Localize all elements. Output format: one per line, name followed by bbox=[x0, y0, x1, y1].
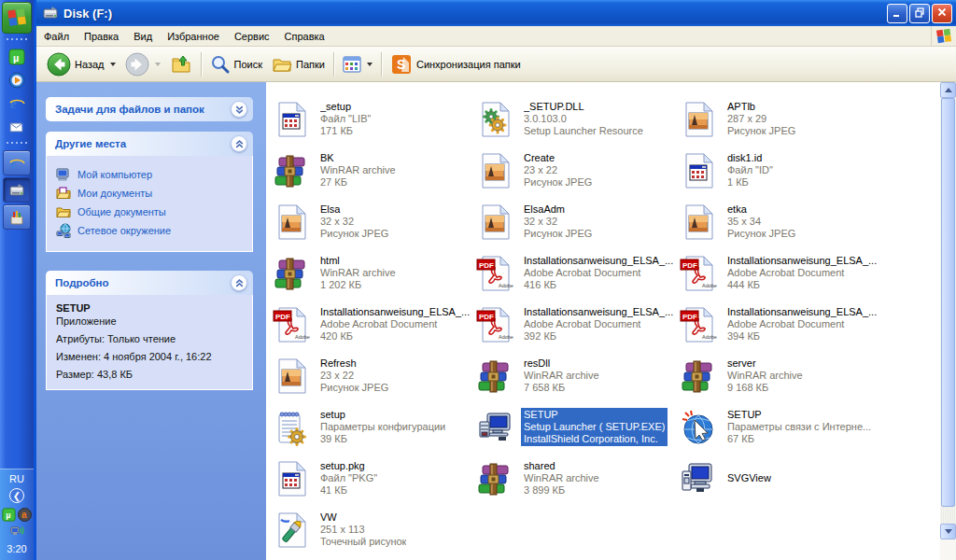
task-buttons: e bbox=[3, 148, 31, 231]
panel-other-places-body: Мой компьютерМои документыОбщие документ… bbox=[46, 156, 253, 252]
chevron-down-icon[interactable] bbox=[110, 63, 116, 66]
file-item[interactable]: sharedWinRAR archive3 899 КБ bbox=[475, 453, 679, 504]
menu-view[interactable]: Вид bbox=[126, 28, 160, 45]
file-item[interactable]: SVGView bbox=[679, 453, 882, 504]
svg-text:Adobe: Adobe bbox=[702, 283, 717, 288]
file-item-text: setup.pkgФайл "PKG"41 КБ bbox=[317, 459, 380, 497]
scrollbar-track[interactable] bbox=[940, 98, 956, 524]
file-item-text: APTlb287 x 29Рисунок JPEG bbox=[724, 100, 798, 138]
file-item[interactable]: setupПараметры конфигурации39 КБ bbox=[272, 401, 475, 453]
place-link-сетевое-окружение[interactable]: Сетевое окружение bbox=[56, 223, 245, 238]
file-item[interactable]: setup.pkgФайл "PKG"41 КБ bbox=[272, 453, 475, 504]
folders-button[interactable]: Папки bbox=[267, 49, 330, 79]
file-item[interactable]: AdobePDFInstallationsanweisung_ELSA_...A… bbox=[679, 299, 882, 350]
file-item[interactable]: resDllWinRAR archive7 658 КБ bbox=[475, 350, 679, 401]
avast-icon[interactable]: a bbox=[18, 507, 33, 522]
file-item-text: _SETUP.DLL3.0.103.0Setup Launcher Resour… bbox=[521, 100, 646, 138]
panel-file-tasks-header[interactable]: Задачи для файлов и папок bbox=[46, 97, 253, 121]
file-item[interactable]: AdobePDFInstallationsanweisung_ELSA_...A… bbox=[475, 299, 679, 350]
file-name: VW bbox=[320, 511, 406, 524]
place-link-мои-документы[interactable]: Мои документы bbox=[56, 186, 245, 201]
file-item[interactable]: APTlb287 x 29Рисунок JPEG bbox=[679, 93, 882, 145]
utorrent-icon[interactable]: µ bbox=[2, 507, 17, 522]
language-indicator[interactable]: RU bbox=[9, 473, 24, 484]
menu-file[interactable]: Файл bbox=[36, 28, 77, 45]
quick-launch-outlook-express-icon[interactable] bbox=[6, 116, 28, 138]
chevron-double-down-icon[interactable] bbox=[231, 101, 247, 118]
menu-tools[interactable]: Сервис bbox=[227, 28, 277, 45]
file-item[interactable]: serverWinRAR archive9 168 КБ bbox=[679, 350, 882, 401]
file-item[interactable]: SETUPПараметры связи с Интерне...67 КБ bbox=[679, 401, 882, 453]
back-button[interactable]: Назад bbox=[42, 49, 120, 79]
quick-launch-internet-explorer-icon[interactable]: e bbox=[6, 92, 28, 115]
chevron-double-up-icon[interactable] bbox=[231, 135, 247, 152]
file-item[interactable]: htmlWinRAR archive1 202 КБ bbox=[272, 247, 475, 299]
quick-launch-media-player-icon[interactable] bbox=[6, 69, 28, 91]
place-link-общие-документы[interactable]: Общие документы bbox=[56, 204, 245, 219]
file-detail: 420 КБ bbox=[320, 330, 470, 343]
forward-button[interactable] bbox=[120, 49, 165, 79]
scrollbar-thumb[interactable] bbox=[941, 98, 955, 507]
chevron-down-icon[interactable] bbox=[367, 63, 373, 66]
svg-text:Adobe: Adobe bbox=[499, 283, 513, 288]
network-status-icon[interactable] bbox=[9, 523, 24, 538]
task-button-paint-app-icon[interactable] bbox=[3, 204, 31, 230]
minimize-button[interactable] bbox=[887, 4, 907, 23]
menu-help[interactable]: Справка bbox=[277, 28, 332, 45]
taskbar-grip[interactable] bbox=[6, 37, 28, 43]
file-name: html bbox=[320, 255, 396, 267]
file-item[interactable]: ElsaAdm32 x 32Рисунок JPEG bbox=[475, 196, 679, 247]
tray-collapse-button[interactable]: ❮ bbox=[9, 488, 24, 503]
scroll-up-button[interactable] bbox=[940, 82, 956, 98]
file-item[interactable]: AdobePDFInstallationsanweisung_ELSA_...A… bbox=[272, 299, 475, 350]
menu-edit[interactable]: Правка bbox=[77, 28, 126, 45]
up-button[interactable] bbox=[165, 49, 197, 79]
file-item-text: Create23 x 22Рисунок JPEG bbox=[521, 151, 595, 189]
file-item[interactable]: etka35 x 34Рисунок JPEG bbox=[679, 196, 882, 247]
file-item[interactable]: Refresh23 x 22Рисунок JPEG bbox=[272, 350, 475, 401]
file-detail: Файл "LIB" bbox=[320, 113, 371, 125]
file-name: Installationsanweisung_ELSA_... bbox=[320, 306, 470, 318]
task-button-internet-explorer-icon[interactable]: e bbox=[3, 150, 31, 175]
start-button[interactable] bbox=[2, 2, 32, 34]
svg-text:µ: µ bbox=[6, 511, 10, 520]
panel-details-body: SETUP Приложение Атрибуты: Только чтение… bbox=[46, 295, 253, 390]
file-detail: Точечный рисунок bbox=[320, 536, 406, 548]
file-detail: Setup Launcher ( SETUP.EXE) bbox=[524, 421, 665, 433]
restore-button[interactable] bbox=[909, 4, 930, 23]
sync-button[interactable]: SСинхронизация папки bbox=[386, 49, 526, 79]
file-item[interactable]: AdobePDFInstallationsanweisung_ELSA_...A… bbox=[679, 247, 882, 299]
file-item[interactable]: Elsa32 x 32Рисунок JPEG bbox=[272, 196, 475, 247]
toolbar-separator bbox=[381, 52, 382, 77]
close-button[interactable] bbox=[932, 4, 952, 23]
panel-other-places-header[interactable]: Другие места bbox=[46, 132, 253, 156]
menu-favorites[interactable]: Избранное bbox=[160, 28, 227, 45]
task-button-disk-drive-icon[interactable] bbox=[3, 177, 31, 203]
chevron-double-up-icon[interactable] bbox=[231, 274, 247, 291]
chevron-down-icon[interactable] bbox=[155, 63, 161, 66]
file-item[interactable]: AdobePDFInstallationsanweisung_ELSA_...A… bbox=[475, 247, 679, 299]
file-detail: 444 КБ bbox=[727, 279, 877, 291]
panel-details-header[interactable]: Подробно bbox=[46, 271, 253, 295]
views-button[interactable] bbox=[338, 49, 377, 79]
scroll-down-button[interactable] bbox=[940, 524, 956, 539]
file-item[interactable]: _SETUP.DLL3.0.103.0Setup Launcher Resour… bbox=[475, 93, 679, 145]
file-item[interactable]: disk1.idФайл "ID"1 КБ bbox=[679, 145, 882, 196]
taskbar-grip[interactable] bbox=[6, 141, 28, 147]
windows-logo-icon bbox=[7, 7, 27, 29]
file-list: _setupФайл "LIB"171 КБBKWinRAR archive27… bbox=[266, 82, 940, 560]
file-name: SVGView bbox=[727, 472, 771, 484]
jpeg-image-icon bbox=[272, 355, 311, 398]
file-item[interactable]: BKWinRAR archive27 КБ bbox=[272, 145, 475, 196]
file-item[interactable]: _setupФайл "LIB"171 КБ bbox=[272, 93, 475, 145]
file-item[interactable]: VW251 x 113Точечный рисунок bbox=[272, 504, 475, 555]
arrow-down-icon bbox=[945, 529, 952, 534]
quick-launch-utorrent-icon[interactable]: µ bbox=[6, 46, 28, 68]
file-item-text: BKWinRAR archive27 КБ bbox=[317, 151, 399, 189]
file-detail: 287 x 29 bbox=[727, 113, 795, 125]
file-item[interactable]: SETUPSetup Launcher ( SETUP.EXE)InstallS… bbox=[475, 401, 679, 453]
search-button[interactable]: Поиск bbox=[205, 49, 267, 79]
file-item[interactable]: Create23 x 22Рисунок JPEG bbox=[475, 145, 679, 196]
file-detail: Adobe Acrobat Document bbox=[727, 318, 877, 330]
place-link-мой-компьютер[interactable]: Мой компьютер bbox=[56, 167, 245, 182]
